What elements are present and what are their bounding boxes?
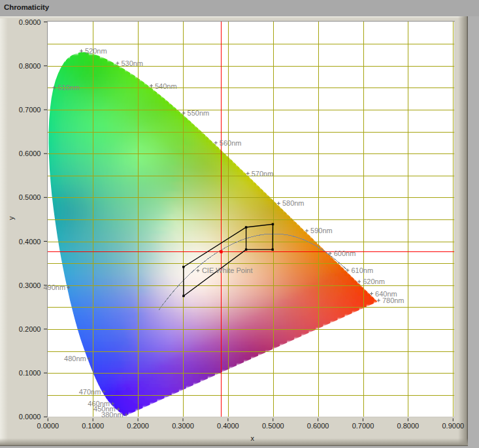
svg-text:0.5000: 0.5000 <box>19 193 41 201</box>
svg-text:490nm: 490nm <box>43 283 65 291</box>
svg-text:0.9000: 0.9000 <box>19 18 41 26</box>
svg-text:380nm: 380nm <box>101 411 124 419</box>
svg-text:0.7000: 0.7000 <box>19 106 41 114</box>
svg-text:0.0000: 0.0000 <box>37 422 59 430</box>
svg-text:620nm: 620nm <box>363 278 385 285</box>
svg-text:600nm: 600nm <box>334 249 356 257</box>
svg-text:0.3000: 0.3000 <box>172 422 194 430</box>
svg-text:0.4000: 0.4000 <box>19 238 41 246</box>
svg-text:0.2000: 0.2000 <box>19 325 41 333</box>
svg-text:520nm: 520nm <box>85 47 107 55</box>
svg-text:540nm: 540nm <box>155 82 177 90</box>
svg-text:0.3000: 0.3000 <box>19 281 41 289</box>
svg-text:0.4000: 0.4000 <box>217 422 239 430</box>
svg-text:0.5000: 0.5000 <box>262 422 284 430</box>
svg-text:0.0000: 0.0000 <box>19 413 41 421</box>
svg-text:0.6000: 0.6000 <box>307 422 329 430</box>
svg-text:0.8000: 0.8000 <box>19 62 41 70</box>
svg-text:570nm: 570nm <box>252 170 274 178</box>
svg-text:610nm: 610nm <box>352 266 374 274</box>
svg-text:550nm: 550nm <box>188 109 210 117</box>
svg-text:y: y <box>7 216 15 220</box>
svg-text:480nm: 480nm <box>64 355 86 362</box>
svg-text:x: x <box>251 434 255 442</box>
svg-text:0.1000: 0.1000 <box>19 369 41 377</box>
svg-text:510nm: 510nm <box>58 84 80 91</box>
svg-text:0.7000: 0.7000 <box>352 422 374 430</box>
svg-text:0.9000: 0.9000 <box>442 422 464 430</box>
svg-text:0.1000: 0.1000 <box>82 422 104 430</box>
svg-text:530nm: 530nm <box>121 59 143 67</box>
svg-text:0.8000: 0.8000 <box>397 422 420 430</box>
svg-text:0.6000: 0.6000 <box>19 150 41 157</box>
svg-text:590nm: 590nm <box>310 227 333 234</box>
svg-text:470nm: 470nm <box>79 388 101 396</box>
svg-text:CIE White Point: CIE White Point <box>202 266 253 274</box>
svg-text:0.2000: 0.2000 <box>127 422 149 430</box>
svg-text:560nm: 560nm <box>220 139 242 147</box>
svg-text:780nm: 780nm <box>382 296 405 304</box>
svg-text:580nm: 580nm <box>282 199 305 207</box>
